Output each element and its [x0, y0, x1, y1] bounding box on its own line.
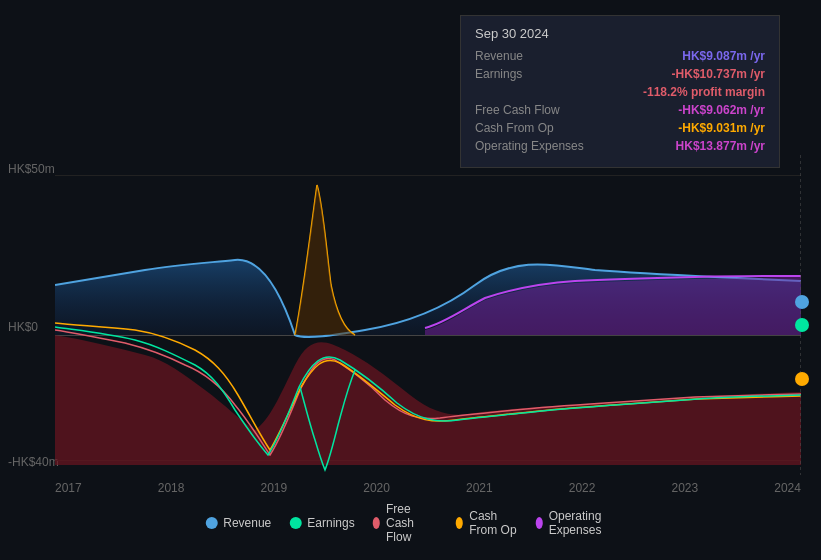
tooltip-value-opex: HK$13.877m /yr: [676, 139, 765, 153]
tooltip-date: Sep 30 2024: [475, 26, 765, 41]
chart-container: Sep 30 2024 Revenue HK$9.087m /yr Earnin…: [0, 0, 821, 560]
tooltip-row-profit-margin: -118.2% profit margin: [475, 85, 765, 99]
legend-dot-opex: [535, 517, 542, 529]
tooltip-row-earnings: Earnings -HK$10.737m /yr: [475, 67, 765, 81]
legend-dot-cfo: [456, 517, 463, 529]
legend-label-fcf: Free Cash Flow: [386, 502, 438, 544]
side-dot-revenue: [795, 295, 809, 309]
tooltip-panel: Sep 30 2024 Revenue HK$9.087m /yr Earnin…: [460, 15, 780, 168]
legend-item-opex[interactable]: Operating Expenses: [535, 509, 615, 537]
tooltip-label-fcf: Free Cash Flow: [475, 103, 560, 117]
tooltip-value-profit-margin: -118.2% profit margin: [643, 85, 765, 99]
legend-item-cfo[interactable]: Cash From Op: [456, 509, 517, 537]
legend-dot-earnings: [289, 517, 301, 529]
legend-dot-revenue: [205, 517, 217, 529]
x-label-2023: 2023: [672, 481, 699, 495]
legend-item-fcf[interactable]: Free Cash Flow: [373, 502, 438, 544]
tooltip-row-opex: Operating Expenses HK$13.877m /yr: [475, 139, 765, 153]
tooltip-label-revenue: Revenue: [475, 49, 523, 63]
tooltip-row-revenue: Revenue HK$9.087m /yr: [475, 49, 765, 63]
main-chart-svg: [55, 155, 801, 475]
tooltip-value-revenue: HK$9.087m /yr: [682, 49, 765, 63]
legend-dot-fcf: [373, 517, 380, 529]
side-dot-earnings: [795, 318, 809, 332]
cfo-peak-area: [295, 185, 355, 335]
tooltip-row-fcf: Free Cash Flow -HK$9.062m /yr: [475, 103, 765, 117]
x-label-2018: 2018: [158, 481, 185, 495]
side-dot-cfo: [795, 372, 809, 386]
tooltip-row-cfo: Cash From Op -HK$9.031m /yr: [475, 121, 765, 135]
x-label-2020: 2020: [363, 481, 390, 495]
legend-label-revenue: Revenue: [223, 516, 271, 530]
legend-label-cfo: Cash From Op: [469, 509, 517, 537]
tooltip-label-opex: Operating Expenses: [475, 139, 584, 153]
x-label-2021: 2021: [466, 481, 493, 495]
y-label-top: HK$50m: [8, 162, 55, 176]
tooltip-label-earnings: Earnings: [475, 67, 522, 81]
legend-item-earnings[interactable]: Earnings: [289, 516, 354, 530]
tooltip-value-cfo: -HK$9.031m /yr: [678, 121, 765, 135]
x-label-2022: 2022: [569, 481, 596, 495]
legend-label-earnings: Earnings: [307, 516, 354, 530]
x-label-2017: 2017: [55, 481, 82, 495]
y-label-bottom: -HK$40m: [8, 455, 59, 469]
tooltip-value-fcf: -HK$9.062m /yr: [678, 103, 765, 117]
legend-item-revenue[interactable]: Revenue: [205, 516, 271, 530]
tooltip-label-cfo: Cash From Op: [475, 121, 554, 135]
legend: Revenue Earnings Free Cash Flow Cash Fro…: [205, 502, 616, 544]
y-label-mid: HK$0: [8, 320, 38, 334]
tooltip-value-earnings: -HK$10.737m /yr: [672, 67, 765, 81]
x-label-2019: 2019: [261, 481, 288, 495]
x-label-2024: 2024: [774, 481, 801, 495]
legend-label-opex: Operating Expenses: [549, 509, 616, 537]
